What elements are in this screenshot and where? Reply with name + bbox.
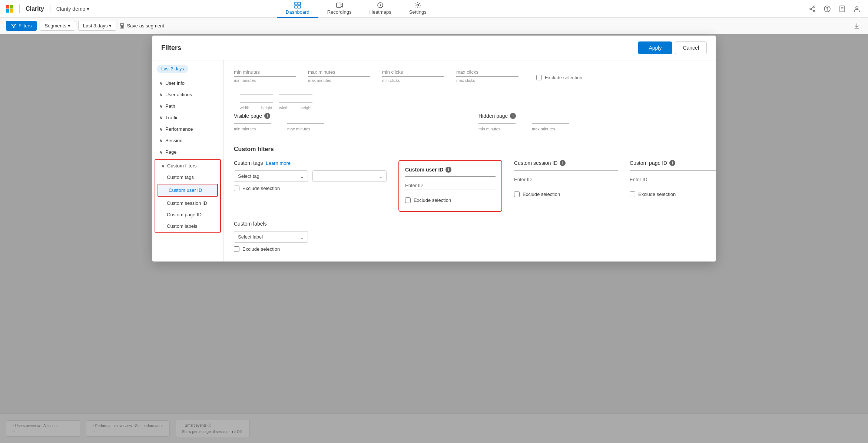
download-icon[interactable] [852,21,862,31]
custom-filters-sidebar-box: ∧ Custom filters Custom tags Custom user… [155,159,221,233]
custom-page-id-exclude-checkbox[interactable] [630,191,635,197]
svg-rect-2 [295,6,297,8]
custom-page-id-input[interactable] [630,175,711,184]
hidden-page-info-icon[interactable]: i [510,113,516,119]
page-chevron-icon: ∨ [159,149,163,155]
min-minutes-input[interactable] [234,68,296,77]
sidebar-item-custom-session-id[interactable]: Custom session ID [155,197,220,209]
nav-settings-label: Settings [409,9,427,15]
max-minutes-input[interactable] [308,68,370,77]
svg-rect-14 [121,26,123,28]
filter-content: min minutes max minutes min clicks [223,60,716,262]
sidebar-item-performance[interactable]: ∨ Performance [152,123,223,135]
max-clicks-input[interactable] [456,68,519,77]
sidebar-item-custom-tags[interactable]: Custom tags [155,171,220,183]
modal-header: Filters Apply Cancel [152,36,716,60]
segments-label: Segments [44,23,66,29]
save-label: Save as segment [127,23,164,29]
document-icon[interactable] [837,4,847,14]
sidebar-item-page[interactable]: ∨ Page [152,146,223,158]
visible-min-label: min minutes [234,127,278,131]
segments-button[interactable]: Segments ▾ [40,21,75,31]
max-clicks-group: max clicks [456,68,519,83]
visible-page-duration-row: min minutes max minutes [234,123,461,131]
microsoft-logo [6,5,13,13]
custom-tags-learn-more[interactable]: Learn more [266,160,291,166]
custom-user-id-exclude-checkbox[interactable] [405,197,411,203]
traffic-chevron-icon: ∨ [159,115,163,120]
width-label-1: width [240,106,249,110]
visible-page-info-icon[interactable]: i [264,113,270,119]
height-label-1: height [261,106,272,110]
svg-rect-3 [298,6,301,8]
sidebar-item-custom-page-id[interactable]: Custom page ID [155,209,220,220]
custom-user-id-exclude-row: Exclude selection [405,197,496,203]
sidebar-item-user-info[interactable]: ∨ User info [152,77,223,89]
select-tag-wrapper: Select tag [234,170,308,182]
min-clicks-input[interactable] [382,68,444,77]
custom-page-id-section: Custom page ID i Exclude selection [630,160,716,199]
select-tag-value-dropdown[interactable] [312,170,387,182]
select-label-dropdown[interactable]: Select label [234,231,308,243]
visible-page-section: Visible page i min minutes ma [234,113,461,137]
hidden-max-label: max minutes [532,127,576,131]
cancel-button[interactable]: Cancel [675,41,707,54]
nav-item-heatmaps[interactable]: Heatmaps [360,0,400,18]
custom-session-id-exclude-checkbox[interactable] [514,191,520,197]
max-minutes-label: max minutes [308,78,370,83]
custom-session-id-info-icon[interactable]: i [560,160,566,166]
min-clicks-label: min clicks [382,78,444,83]
exclude-selection-1-checkbox[interactable] [536,75,542,80]
main-area: ↑ Users overview · All users ··· ↑ Perfo… [0,34,868,443]
sidebar-label-custom-labels: Custom labels [167,223,197,229]
custom-tags-exclude-checkbox[interactable] [234,186,239,191]
custom-user-id-input[interactable] [405,181,496,190]
hidden-max-group: max minutes [532,123,576,131]
custom-labels-section: Custom labels Select label Exclude selec… [234,221,705,252]
custom-user-id-info-icon[interactable]: i [445,167,451,173]
sidebar-item-custom-labels[interactable]: Custom labels [155,220,220,232]
nav-item-settings[interactable]: Settings [400,0,435,18]
custom-session-id-input[interactable] [514,175,596,184]
select-tag-dropdown[interactable]: Select tag [234,170,308,182]
min-minutes-label: min minutes [234,78,296,83]
save-segment-button[interactable]: Save as segment [119,23,164,29]
share-icon[interactable] [807,4,818,14]
sidebar-label-page: Page [165,149,176,155]
brand-divider [19,4,20,13]
app-name: Clarity [26,6,44,12]
custom-filters-section-title: Custom filters [234,146,705,153]
page-id-divider [630,170,716,171]
days-label: Last 3 days [83,23,108,29]
date-chip[interactable]: Last 3 days [157,65,188,73]
user-icon[interactable] [852,4,862,14]
custom-labels-exclude-checkbox[interactable] [234,246,239,252]
apply-button[interactable]: Apply [638,41,672,54]
modal-body: Last 3 days ∨ User info ∨ User actions ∨… [152,60,716,262]
nav-item-recordings[interactable]: Recordings [318,0,361,18]
select-label-wrapper: Select label [234,231,308,243]
modal-header-actions: Apply Cancel [638,41,707,54]
custom-tags-exclude-label: Exclude selection [242,186,280,191]
save-icon [119,23,125,29]
modal-overlay: Filters Apply Cancel Last 3 days ∨ User … [0,34,868,443]
sidebar-item-traffic[interactable]: ∨ Traffic [152,112,223,123]
sidebar-item-custom-filters[interactable]: ∧ Custom filters [155,160,220,171]
hidden-page-duration-row: min minutes max minutes [478,123,705,131]
filters-button[interactable]: Filters [6,21,37,31]
sidebar-item-user-actions[interactable]: ∨ User actions [152,89,223,100]
sidebar-item-custom-user-id[interactable]: Custom user ID [158,184,217,196]
project-name: Clarity demo [56,6,86,12]
help-icon[interactable] [822,4,832,14]
filter-sidebar: Last 3 days ∨ User info ∨ User actions ∨… [152,60,223,262]
sidebar-item-path[interactable]: ∨ Path [152,100,223,112]
project-selector[interactable]: Clarity demo ▾ [56,6,90,12]
custom-page-id-exclude-label: Exclude selection [638,191,676,197]
project-chevron-icon: ▾ [87,6,89,12]
sidebar-item-session[interactable]: ∨ Session [152,135,223,146]
hidden-page-label: Hidden page [478,113,508,119]
custom-tags-exclude-row: Exclude selection [234,186,387,191]
nav-item-dashboard[interactable]: Dashboard [277,0,318,18]
custom-page-id-info-icon[interactable]: i [669,160,675,166]
days-button[interactable]: Last 3 days ▾ [78,21,117,31]
